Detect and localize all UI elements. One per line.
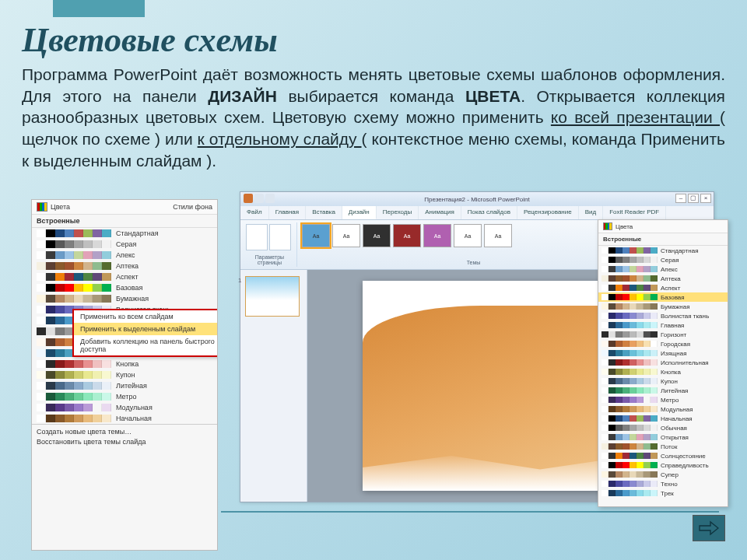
scheme-row[interactable]: Бумажная <box>32 293 217 304</box>
scheme-row[interactable]: Начальная <box>32 413 217 424</box>
page-setup-button[interactable] <box>246 224 268 250</box>
scheme-label: Поток <box>661 443 678 450</box>
scheme-label: Городская <box>661 341 690 348</box>
scheme-row[interactable]: Начальная <box>598 414 728 423</box>
scheme-row[interactable]: Купон <box>598 376 728 386</box>
scheme-row[interactable]: Городская <box>598 339 728 348</box>
scheme-row[interactable]: Аптека <box>32 261 217 271</box>
ctx-apply-selected[interactable]: Применить к выделенным слайдам <box>74 323 218 335</box>
scheme-row[interactable]: Базовая <box>598 292 728 302</box>
scheme-row[interactable]: Главная <box>598 320 728 330</box>
minimize-button[interactable]: – <box>675 194 686 203</box>
scheme-label: Метро <box>116 393 136 401</box>
scheme-swatches <box>601 453 658 459</box>
maximize-button[interactable]: ▢ <box>688 194 699 203</box>
scheme-row[interactable]: Горизонт <box>598 330 728 339</box>
scheme-row[interactable]: Модульная <box>598 404 728 414</box>
scheme-row[interactable]: Супер <box>598 470 728 479</box>
scheme-row[interactable]: Базовая <box>32 282 217 293</box>
scheme-row[interactable]: Апекс <box>598 264 728 274</box>
slide-thumbnail-pane[interactable] <box>240 270 307 502</box>
qat-button[interactable] <box>254 194 264 203</box>
scheme-row[interactable]: Апекс <box>32 250 217 261</box>
scheme-swatches <box>601 303 658 310</box>
scheme-row[interactable]: Стандартная <box>32 228 217 239</box>
scheme-label: Модульная <box>661 406 693 413</box>
underline-span: к отдельному слайду <box>198 130 362 148</box>
ribbon-tab[interactable]: Foxit Reader PDF <box>603 206 666 219</box>
scheme-row[interactable]: Аптека <box>598 274 728 283</box>
scheme-label: Открытая <box>661 434 689 441</box>
scheme-row[interactable]: Стандартная <box>598 246 728 255</box>
scheme-row[interactable]: Поток <box>598 442 728 451</box>
theme-thumbnail[interactable]: Aa <box>454 224 482 247</box>
scheme-row[interactable]: Обычная <box>598 423 728 432</box>
scheme-row[interactable]: Солнцестояние <box>598 451 728 460</box>
qat-button[interactable] <box>265 194 275 203</box>
slide-orientation-button[interactable] <box>269 224 291 250</box>
ribbon-tab[interactable]: Файл <box>240 206 269 219</box>
ribbon-tab[interactable]: Рецензирование <box>517 206 579 219</box>
context-menu: Применить ко всем слайдам Применить к вы… <box>72 309 218 357</box>
scheme-row[interactable]: Аспект <box>32 271 217 282</box>
scheme-label: Метро <box>661 397 679 404</box>
scheme-row[interactable]: Серая <box>32 239 217 250</box>
scheme-row[interactable]: Бумажная <box>598 302 728 311</box>
scheme-row[interactable]: Кнопка <box>32 359 217 369</box>
create-new-colors-link[interactable]: Создать новые цвета темы… <box>37 428 212 436</box>
scheme-swatches <box>601 481 658 487</box>
scheme-row[interactable]: Справедливость <box>598 460 728 470</box>
scheme-row[interactable]: Модульная <box>32 402 217 413</box>
scheme-row[interactable]: Кнопка <box>598 367 728 376</box>
ribbon-tab[interactable]: Вставка <box>306 206 342 219</box>
scheme-swatches <box>601 313 658 319</box>
ctx-apply-all[interactable]: Применить ко всем слайдам <box>74 310 218 323</box>
scheme-swatches <box>601 247 658 254</box>
colors-icon <box>37 202 47 212</box>
ribbon-tab[interactable]: Дизайн <box>342 206 377 219</box>
scheme-row[interactable]: Техно <box>598 479 728 488</box>
theme-thumbnail[interactable]: Aa <box>484 224 512 247</box>
theme-thumbnail[interactable]: Aa <box>332 224 360 247</box>
scheme-swatches <box>601 266 658 272</box>
scheme-row[interactable]: Метро <box>598 395 728 404</box>
scheme-row[interactable]: Волнистая ткань <box>598 311 728 320</box>
scheme-swatches <box>601 434 658 440</box>
ribbon-tab[interactable]: Вид <box>579 206 603 219</box>
scheme-row[interactable]: Открытая <box>598 432 728 442</box>
window-buttons: – ▢ × <box>675 194 711 203</box>
ctx-add-to-qat[interactable]: Добавить коллекцию на панель быстрого до… <box>74 335 218 355</box>
ribbon-tab[interactable]: Показ слайдов <box>461 206 517 219</box>
scheme-swatches <box>601 322 658 328</box>
scheme-label: Апекс <box>661 266 678 273</box>
ribbon-tab[interactable]: Главная <box>269 206 306 219</box>
next-slide-button[interactable] <box>693 515 725 541</box>
scheme-row[interactable]: Серая <box>598 255 728 264</box>
theme-thumbnail[interactable]: Aa <box>363 224 391 247</box>
scheme-swatches <box>601 369 658 375</box>
theme-thumbnail[interactable]: Aa <box>302 224 330 247</box>
restore-colors-link[interactable]: Восстановить цвета темы слайда <box>37 438 212 446</box>
theme-thumbnail[interactable]: Aa <box>393 224 421 247</box>
ribbon-tab[interactable]: Переходы <box>377 206 419 219</box>
theme-thumbnail[interactable]: Aa <box>423 224 451 247</box>
panel-header: Цвета Стили фона <box>32 200 217 215</box>
themes-gallery[interactable]: AaAaAaAaAaAaAa <box>302 224 645 247</box>
scheme-row[interactable]: Литейная <box>598 386 728 395</box>
scheme-row[interactable]: Трек <box>598 488 728 498</box>
scheme-swatches <box>37 240 111 248</box>
scheme-row[interactable]: Изящная <box>598 348 728 358</box>
scheme-row[interactable]: Литейная <box>32 380 217 391</box>
scheme-swatches <box>37 284 111 292</box>
scheme-row[interactable]: Исполнительная <box>598 358 728 367</box>
close-button[interactable]: × <box>700 194 711 203</box>
scheme-swatches <box>601 425 658 431</box>
scheme-row[interactable]: Метро <box>32 391 217 402</box>
scheme-swatches <box>601 331 658 338</box>
slide-thumbnail[interactable] <box>245 276 300 317</box>
scheme-label: Купон <box>116 371 135 379</box>
scheme-row[interactable]: Аспект <box>598 283 728 292</box>
scheme-row[interactable]: Купон <box>32 369 217 380</box>
ribbon-tab[interactable]: Анимация <box>419 206 461 219</box>
panel-section-label: Встроенные <box>598 233 728 246</box>
